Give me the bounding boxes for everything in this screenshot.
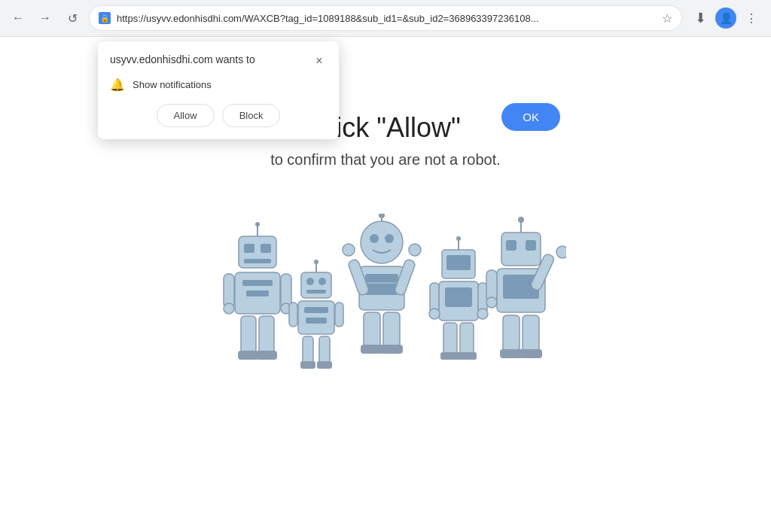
svg-rect-51	[446, 255, 471, 270]
notification-popup: usyvv.edonhisdhi.com wants to × 🔔 Show n…	[98, 41, 339, 139]
svg-rect-3	[244, 244, 254, 253]
svg-rect-14	[259, 316, 274, 354]
svg-rect-7	[242, 280, 273, 286]
svg-rect-4	[261, 244, 271, 253]
svg-rect-46	[361, 345, 383, 354]
svg-point-72	[486, 297, 497, 308]
svg-rect-38	[365, 274, 398, 295]
svg-point-10	[224, 303, 234, 314]
svg-point-1	[255, 222, 260, 226]
svg-rect-26	[289, 302, 297, 327]
svg-rect-61	[457, 352, 477, 360]
allow-button[interactable]: Allow	[157, 104, 215, 127]
ok-button[interactable]: OK	[501, 103, 560, 131]
svg-point-43	[409, 244, 421, 256]
profile-icon[interactable]: 👤	[715, 8, 736, 29]
svg-rect-22	[306, 290, 326, 293]
svg-rect-75	[500, 349, 523, 358]
svg-point-49	[456, 236, 461, 241]
notification-label: Show notifications	[133, 79, 212, 90]
popup-buttons: Allow Block	[110, 104, 327, 127]
svg-rect-13	[241, 316, 256, 354]
svg-rect-66	[526, 240, 536, 251]
svg-rect-29	[319, 336, 330, 365]
site-icon: 🔒	[99, 12, 111, 24]
svg-rect-19	[301, 272, 331, 298]
svg-rect-24	[304, 307, 328, 313]
block-button[interactable]: Block	[222, 104, 281, 127]
svg-point-34	[361, 221, 403, 263]
svg-rect-30	[300, 361, 315, 369]
svg-rect-44	[364, 312, 380, 348]
address-bar[interactable]: 🔒 https://usyvv.edonhisdhi.com/WAXCB?tag…	[89, 5, 682, 31]
svg-rect-73	[503, 315, 520, 353]
bell-icon: 🔔	[110, 78, 125, 92]
popup-title: usyvv.edonhisdhi.com wants to	[110, 53, 312, 65]
svg-rect-59	[460, 323, 474, 356]
svg-rect-27	[335, 302, 343, 327]
url-text: https://usyvv.edonhisdhi.com/WAXCB?tag_i…	[117, 13, 656, 24]
browser-chrome: ← → ↺ 🔒 https://usyvv.edonhisdhi.com/WAX…	[0, 0, 771, 37]
svg-rect-15	[238, 351, 259, 360]
reload-button[interactable]: ↺	[62, 8, 83, 29]
svg-point-57	[477, 309, 488, 319]
svg-point-71	[556, 246, 566, 258]
svg-point-63	[518, 217, 524, 223]
download-icon[interactable]: ⬇	[688, 6, 712, 30]
close-button[interactable]: ×	[312, 53, 327, 68]
ok-button-container: OK	[501, 103, 560, 131]
browser-toolbar: ← → ↺ 🔒 https://usyvv.edonhisdhi.com/WAX…	[0, 0, 771, 36]
svg-rect-25	[306, 318, 327, 324]
svg-rect-47	[380, 345, 403, 354]
sub-heading: to confirm that you are not a robot.	[15, 151, 756, 169]
svg-point-42	[343, 244, 355, 256]
svg-rect-31	[317, 361, 332, 369]
svg-point-21	[318, 278, 326, 285]
menu-button[interactable]: ⋮	[739, 6, 763, 30]
svg-point-56	[429, 309, 440, 319]
robots-illustration	[205, 214, 566, 387]
notification-row: 🔔 Show notifications	[110, 78, 327, 92]
svg-point-20	[306, 278, 314, 285]
svg-rect-28	[303, 336, 313, 365]
svg-point-33	[379, 214, 385, 218]
svg-rect-16	[256, 351, 277, 360]
robots-container	[15, 199, 756, 387]
svg-rect-58	[443, 323, 457, 356]
svg-point-18	[314, 260, 318, 264]
svg-rect-53	[445, 287, 472, 307]
bookmark-icon[interactable]: ☆	[662, 11, 672, 26]
svg-rect-74	[523, 315, 539, 353]
back-button[interactable]: ←	[8, 8, 29, 29]
svg-rect-65	[506, 240, 517, 251]
svg-point-35	[370, 234, 379, 243]
svg-rect-8	[246, 290, 269, 296]
toolbar-icons: ⬇ 👤 ⋮	[688, 6, 763, 30]
svg-rect-76	[520, 349, 542, 358]
svg-rect-45	[383, 312, 400, 348]
svg-point-36	[385, 234, 394, 243]
svg-rect-5	[244, 259, 271, 263]
popup-header: usyvv.edonhisdhi.com wants to ×	[110, 53, 327, 68]
forward-button[interactable]: →	[35, 8, 56, 29]
